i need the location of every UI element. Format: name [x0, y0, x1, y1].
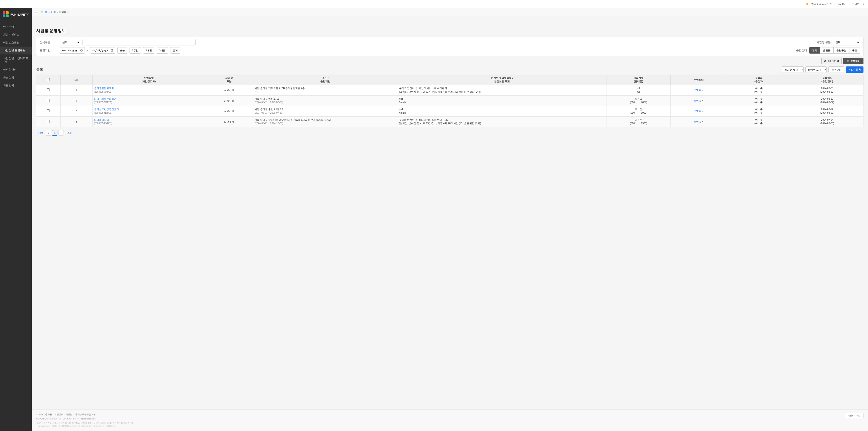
date-from-input[interactable]	[60, 47, 85, 54]
sidebar-item-business-op[interactable]: 사업장별 운영정보	[0, 47, 32, 55]
refresh-icon: ↺	[824, 60, 826, 62]
lang-selector[interactable]: 한국어	[852, 2, 860, 6]
row-registrar: 이ㆍ주(이ㆍ주)	[727, 116, 791, 127]
logo: FUN SAFETY	[0, 8, 32, 21]
breadcrumb: 홈 > 마이 > 전체메뉴	[45, 10, 69, 14]
row-checkbox[interactable]	[36, 85, 61, 96]
row-address: 서울 송파구 백제고분로 242송파구민회관 2층(~)	[253, 85, 398, 96]
search-keyword-input[interactable]	[83, 39, 195, 45]
bell-icon[interactable]: 🔔	[805, 2, 809, 5]
input-init-btn[interactable]: ↺ 입력초기화	[822, 58, 842, 64]
first-page-btn[interactable]: First	[36, 131, 45, 135]
sidebar-item-password[interactable]: 비밀번호변경	[0, 39, 32, 47]
row-dates: 2024-08-12(2024-08-22)	[791, 106, 864, 117]
biz-type-select[interactable]: 전체 공공시설 일반매장	[833, 39, 860, 45]
status-active-btn[interactable]: 운영중	[820, 47, 833, 54]
status-label: 운영상태	[784, 49, 807, 52]
breadcrumb-sep1: >	[49, 11, 50, 13]
logout-button[interactable]: LogOut	[838, 3, 846, 5]
row-manager: 옥ㆍ천(010 ─── 1992)	[607, 106, 671, 117]
search-type-select[interactable]: 선택 사업장명 사업장코드 주소	[60, 39, 80, 45]
last-page-btn[interactable]: Last	[65, 131, 73, 135]
status-ended-btn[interactable]: 종료	[849, 47, 860, 54]
search-btn[interactable]: 🔍 조회하기	[843, 58, 864, 64]
footer: 패밀리사이트 서비스이용약관 개인정보처리방침 이메일/무단수집거부 COPYR…	[32, 409, 868, 431]
row-op-status[interactable]: 운영중 ▼	[671, 116, 727, 127]
status-paused-btn[interactable]: 운영중단	[833, 47, 849, 54]
row-address: 서울 송파구 양산로 15(2024-08-01 ~ 2025-07-31)	[253, 95, 398, 106]
table-header: 목록 최근 등록 순 오래된 순 이름 순 10개씩 보기 20개씩 보기 50…	[36, 66, 864, 73]
period-1month-btn[interactable]: 1개월	[143, 47, 154, 54]
col-safety: 안전보건 경영방침 /안전보건 목표	[398, 75, 607, 85]
sidebar-item-biz-emergency[interactable]: 사업장별 비상대피도 관리	[0, 55, 32, 66]
period-all-btn[interactable]: 전체	[170, 47, 180, 54]
per-page-select[interactable]: 10개씩 보기 20개씩 보기 50개씩 보기	[805, 66, 827, 73]
row-no: 3	[60, 106, 92, 117]
sidebar: FUN SAFETY 마이페이지 회원기본정보 비밀번호변경 사업장별 운영정보…	[0, 8, 32, 431]
sidebar-item-screen-setting[interactable]: 화면설정	[0, 74, 32, 82]
dropdown-arrow-icon: ▼	[702, 120, 704, 123]
breadcrumb-my[interactable]: 마이	[51, 10, 56, 14]
row-address: 서울 송파구 충민로2길 20(2024-08-01 ~ 2025-07-31)	[253, 106, 398, 117]
sidebar-item-mypage[interactable]: 마이페이지	[0, 23, 32, 31]
row-type: 공공시설	[205, 95, 253, 106]
search-icon: 🔍	[846, 60, 850, 62]
sidebar-item-basic-info[interactable]: 회원기본정보	[0, 31, 32, 39]
edit-selected-btn[interactable]: 선택수정	[829, 66, 844, 73]
row-dates: 2024-08-29(2024-08-29)	[791, 85, 864, 96]
status-text: 운영중	[694, 120, 701, 123]
status-text: 운영중	[694, 99, 701, 102]
select-all-checkbox[interactable]	[47, 78, 50, 81]
list-view-button[interactable]: ☰	[34, 10, 39, 14]
footer-privacy-link[interactable]: 개인정보처리방침	[54, 413, 72, 416]
table-row: 3 송파산모건강증진센터(3368805816P01) 공공시설 서울 송파구 …	[36, 106, 864, 117]
dropdown-arrow-icon: ▼	[702, 89, 704, 91]
row-op-status[interactable]: 운영중 ▼	[671, 85, 727, 96]
topbar-sep2: |	[849, 3, 849, 5]
row-no: 7	[60, 85, 92, 96]
new-register-btn[interactable]: + 신규등록	[846, 66, 864, 73]
menu-button[interactable]: ≡	[40, 10, 43, 14]
col-type: 사업장구분	[205, 75, 253, 85]
footer-email-link[interactable]: 이메일/무단수집거부	[74, 413, 96, 416]
section-title: 목록	[36, 68, 43, 72]
footer-links: 서비스이용약관 개인정보처리방침 이메일/무단수집거부	[36, 413, 845, 416]
prev-page-btn[interactable]: ‹	[46, 130, 51, 135]
row-name[interactable]: 송파테라타워(3368805854N01)	[92, 116, 205, 127]
footer-copyright: COPYRIGHT ⓒ 2024 FUN SPREAD, Inc. All Ri…	[36, 418, 864, 420]
period-1week-btn[interactable]: 1주일	[129, 47, 141, 54]
family-site-btn[interactable]: 패밀리사이트	[845, 413, 864, 418]
search-row-2: 운영기간 - 오늘 1주일 1개월 3개월 전체 운영상태 전체 운영중 운영중…	[39, 47, 860, 54]
row-registrar: 이ㆍ주(이ㆍ주)	[727, 85, 791, 96]
breadcrumb-home[interactable]: 홈	[45, 10, 48, 14]
row-name[interactable]: 송파구체육문화회관(3368805771P01)	[92, 95, 205, 106]
row-manager: null(null)	[607, 85, 671, 96]
row-name[interactable]: 송파생활문화대학(3368805584P01)	[92, 85, 205, 96]
svg-rect-3	[6, 14, 8, 17]
logo-text: FUN SAFETY	[10, 13, 29, 16]
user-label: 이양주님 감사시간	[811, 2, 832, 6]
date-to-input[interactable]	[90, 47, 115, 54]
dropdown-arrow-icon: ▼	[702, 110, 704, 112]
next-page-btn[interactable]: ›	[58, 130, 64, 135]
row-checkbox[interactable]	[36, 95, 61, 106]
row-op-status[interactable]: 운영중 ▼	[671, 106, 727, 117]
row-name[interactable]: 송파산모건강증진센터(3368805816P01)	[92, 106, 205, 117]
footer-terms-link[interactable]: 서비스이용약관	[36, 413, 52, 416]
row-checkbox[interactable]	[36, 116, 61, 127]
row-no: 1	[60, 116, 92, 127]
col-dates: 등록일자(수정일자)	[791, 75, 864, 85]
row-registrar: 이ㆍ주(이ㆍ주)	[727, 106, 791, 117]
period-today-btn[interactable]: 오늘	[117, 47, 127, 54]
period-3month-btn[interactable]: 3개월	[157, 47, 168, 54]
table-controls: 최근 등록 순 오래된 순 이름 순 10개씩 보기 20개씩 보기 50개씩 …	[782, 66, 864, 73]
sidebar-nav: 마이페이지 회원기본정보 비밀번호변경 사업장별 운영정보 사업장별 비상대피도…	[0, 21, 32, 431]
sidebar-item-withdrawal[interactable]: 회원탈퇴	[0, 82, 32, 90]
row-op-status[interactable]: 운영중 ▼	[671, 95, 727, 106]
sidebar-item-employee[interactable]: 임직원관리	[0, 66, 32, 74]
col-name: 사업장명(사업장코드)	[92, 75, 205, 85]
row-checkbox[interactable]	[36, 106, 61, 117]
sort-select[interactable]: 최근 등록 순 오래된 순 이름 순	[782, 66, 804, 73]
status-all-btn[interactable]: 전체	[809, 47, 820, 54]
pagination: First ‹ 1 › Last	[36, 130, 864, 135]
